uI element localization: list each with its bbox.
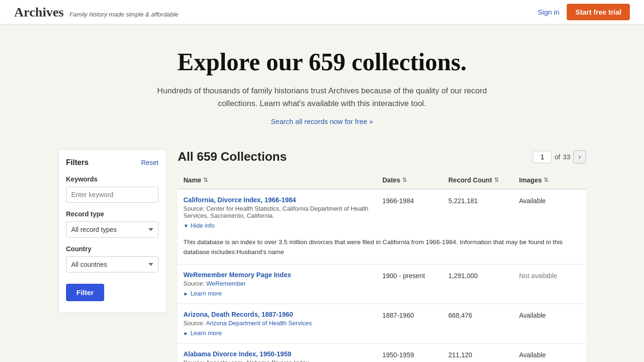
source-link[interactable]: WeRemember: [206, 280, 246, 287]
country-label: Country: [66, 245, 158, 253]
hero-description: Hundreds of thousands of family historia…: [152, 84, 492, 110]
toggle-arrow: ▼: [183, 223, 189, 229]
collection-date: 1966-1984: [382, 196, 448, 205]
toggle-label: Learn more: [190, 290, 222, 297]
record-type-section: Record type All record types Birth Death…: [66, 210, 158, 238]
filters-title: Filters: [66, 158, 89, 167]
collection-record-count: 211,120: [448, 350, 519, 359]
col-name: Name ⇅: [183, 176, 382, 184]
collection-images: Available: [519, 350, 580, 359]
toggle-label: Learn more: [190, 329, 222, 337]
collection-images: Available: [519, 311, 580, 319]
country-select[interactable]: All countries United States United Kingd…: [66, 256, 158, 272]
main-layout: Filters Reset Keywords Record type All r…: [44, 140, 600, 362]
toggle-link[interactable]: ▼Hide info: [183, 222, 215, 229]
col-images: Images ⇅: [519, 176, 580, 184]
country-section: Country All countries United States Unit…: [66, 245, 158, 272]
collection-name-link[interactable]: California, Divorce Index, 1966-1984: [183, 196, 382, 204]
col-record-count: Record Count ⇅: [448, 176, 519, 184]
source-prefix: Source:: [183, 280, 206, 287]
country-wrapper: All countries United States United Kingd…: [66, 256, 158, 272]
collection-description: This database is an index to over 3.5 mi…: [178, 236, 586, 264]
source-prefix: Source:: [183, 205, 206, 212]
images-sort-icon[interactable]: ⇅: [544, 177, 548, 183]
toggle-link[interactable]: ►Learn more: [183, 329, 222, 337]
pagination: of 33 ›: [533, 150, 586, 164]
record-type-label: Record type: [66, 210, 158, 218]
header-brand: Archives Family history made simple & af…: [14, 5, 178, 20]
name-cell: Alabama Divorce Index, 1950-1959Source: …: [183, 350, 382, 362]
source-name: Ancestry.com, Alabama Divorce Index: [206, 359, 309, 362]
header-actions: Sign in Start free trial: [538, 4, 630, 20]
collection-row: WeRemember Memory Page IndexSource: WeRe…: [178, 264, 586, 304]
collection-source: Source: Center for Health Statistics, Ca…: [183, 205, 382, 219]
col-dates: Dates ⇅: [382, 176, 448, 184]
collection-source: Source: Arizona Department of Health Ser…: [183, 320, 382, 327]
hero-search-link[interactable]: Search all records now for free »: [271, 117, 373, 125]
hero-heading: Explore our 659 collections.: [9, 48, 635, 76]
hero-section: Explore our 659 collections. Hundreds of…: [0, 25, 644, 140]
next-page-button[interactable]: ›: [573, 150, 586, 164]
name-cell: Arizona, Death Records, 1887-1960Source:…: [183, 311, 382, 340]
filter-button[interactable]: Filter: [66, 284, 104, 301]
collection-date: 1887-1960: [382, 311, 448, 319]
site-tagline: Family history made simple & affordable: [69, 11, 178, 18]
content-area: All 659 Collections of 33 › Name ⇅ Dates…: [178, 149, 586, 362]
collection-row: Alabama Divorce Index, 1950-1959Source: …: [178, 344, 586, 362]
collection-name-link[interactable]: Arizona, Death Records, 1887-1960: [183, 311, 382, 318]
collection-record-count: 668,476: [448, 311, 519, 319]
toggle-link[interactable]: ►Learn more: [183, 290, 222, 297]
record-count-sort-icon[interactable]: ⇅: [494, 177, 499, 183]
source-link[interactable]: Arizona Department of Health Services: [206, 320, 312, 327]
collection-row: Arizona, Death Records, 1887-1960Source:…: [178, 304, 586, 344]
keywords-section: Keywords: [66, 175, 158, 203]
source-prefix: Source:: [183, 320, 206, 327]
collection-record-count: 1,291,000: [448, 271, 519, 280]
collection-record-count: 5,221,181: [448, 196, 519, 205]
record-type-wrapper: All record types Birth Death Marriage Di…: [66, 222, 158, 238]
content-header: All 659 Collections of 33 ›: [178, 149, 586, 164]
collection-row: California, Divorce Index, 1966-1984Sour…: [178, 189, 586, 264]
toggle-arrow: ►: [183, 330, 189, 336]
site-logo: Archives: [14, 5, 64, 20]
collection-name-link[interactable]: WeRemember Memory Page Index: [183, 271, 382, 279]
toggle-label: Hide info: [190, 222, 215, 229]
keywords-input[interactable]: [66, 187, 158, 203]
page-input[interactable]: [533, 151, 552, 163]
name-cell: WeRemember Memory Page IndexSource: WeRe…: [183, 271, 382, 301]
total-pages: 33: [563, 153, 570, 161]
record-type-select[interactable]: All record types Birth Death Marriage Di…: [66, 222, 158, 238]
collection-images: Available: [519, 196, 580, 205]
collections-title: All 659 Collections: [178, 149, 287, 164]
dates-sort-icon[interactable]: ⇅: [402, 177, 407, 183]
name-cell: California, Divorce Index, 1966-1984Sour…: [183, 196, 382, 233]
source-name: Center for Health Statistics, California…: [183, 205, 368, 219]
of-label: of: [554, 153, 560, 161]
filters-header: Filters Reset: [66, 158, 158, 167]
start-trial-button[interactable]: Start free trial: [567, 4, 630, 20]
sidebar: Filters Reset Keywords Record type All r…: [58, 149, 166, 362]
collections-list: California, Divorce Index, 1966-1984Sour…: [178, 189, 586, 362]
reset-link[interactable]: Reset: [141, 159, 158, 166]
toggle-arrow: ►: [183, 291, 189, 296]
filters-box: Filters Reset Keywords Record type All r…: [58, 149, 166, 313]
collection-images: Not available: [519, 271, 580, 280]
keywords-label: Keywords: [66, 175, 158, 183]
source-prefix: Source:: [183, 359, 206, 362]
site-header: Archives Family history made simple & af…: [0, 0, 644, 25]
sign-in-link[interactable]: Sign in: [538, 8, 560, 16]
name-sort-icon[interactable]: ⇅: [203, 177, 208, 183]
collection-name-link[interactable]: Alabama Divorce Index, 1950-1959: [183, 350, 382, 358]
collection-date: 1950-1959: [382, 350, 448, 359]
collection-source: Source: WeRemember: [183, 280, 382, 287]
collection-date: 1900 - present: [382, 271, 448, 280]
table-header: Name ⇅ Dates ⇅ Record Count ⇅ Images ⇅: [178, 172, 586, 189]
collection-source: Source: Ancestry.com, Alabama Divorce In…: [183, 359, 382, 362]
